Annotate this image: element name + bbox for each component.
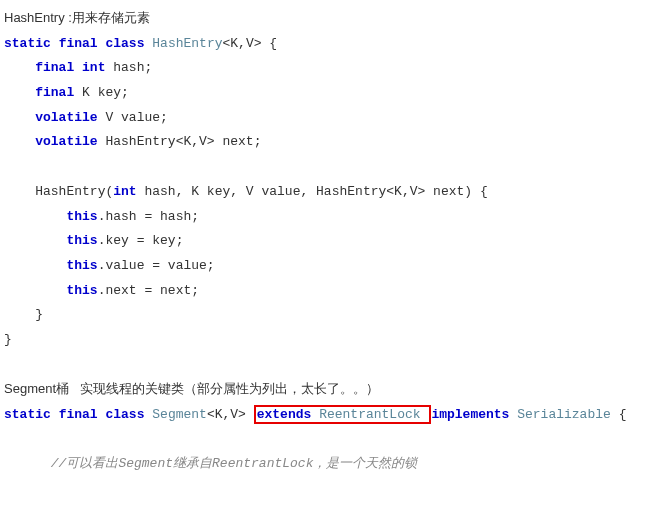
kw-final: final — [35, 85, 74, 100]
kw-class: class — [105, 36, 144, 51]
field-key: K key; — [74, 85, 129, 100]
kw-volatile: volatile — [35, 134, 97, 149]
assign-key: .key = key; — [98, 233, 184, 248]
class-segment: Segment — [152, 407, 207, 422]
kw-class: class — [105, 407, 144, 422]
kw-volatile: volatile — [35, 110, 97, 125]
field-value: V value; — [98, 110, 168, 125]
generic: <K,V> — [207, 407, 246, 422]
assign-next: .next = next; — [98, 283, 199, 298]
kw-this: this — [66, 209, 97, 224]
assign-value: .value = value; — [98, 258, 215, 273]
open-brace: { — [611, 407, 627, 422]
field-hash: hash; — [105, 60, 152, 75]
kw-this: this — [66, 283, 97, 298]
kw-int: int — [113, 184, 136, 199]
assign-hash: .hash = hash; — [98, 209, 199, 224]
kw-final: final — [59, 407, 98, 422]
class-reentrantlock: ReentrantLock — [319, 407, 420, 422]
close-brace: } — [4, 332, 12, 347]
kw-int: int — [82, 60, 105, 75]
kw-this: this — [66, 258, 97, 273]
kw-static: static — [4, 36, 51, 51]
ctor-args: hash, K key, V value, HashEntry<K,V> nex… — [137, 184, 488, 199]
kw-final: final — [59, 36, 98, 51]
comment-text: //可以看出Segment继承自ReentrantLock，是一个天然的锁 — [51, 456, 418, 471]
kw-implements: implements — [431, 407, 509, 422]
generic: <K,V> { — [223, 36, 278, 51]
intro-segment: Segment桶 实现线程的关键类（部分属性为列出，太长了。。） — [4, 381, 379, 396]
code-block: HashEntry :用来存储元素 static final class Has… — [4, 6, 655, 514]
kw-this: this — [66, 233, 97, 248]
kw-extends: extends — [257, 407, 312, 422]
highlight-box: extends ReentrantLock — [254, 405, 432, 424]
ctor-name: HashEntry( — [35, 184, 113, 199]
kw-final: final — [35, 60, 74, 75]
iface-serializable: Serializable — [517, 407, 611, 422]
kw-static: static — [4, 407, 51, 422]
class-hashentry: HashEntry — [152, 36, 222, 51]
intro-hashentry: HashEntry :用来存储元素 — [4, 10, 150, 25]
field-next: HashEntry<K,V> next; — [98, 134, 262, 149]
close-brace: } — [35, 307, 43, 322]
